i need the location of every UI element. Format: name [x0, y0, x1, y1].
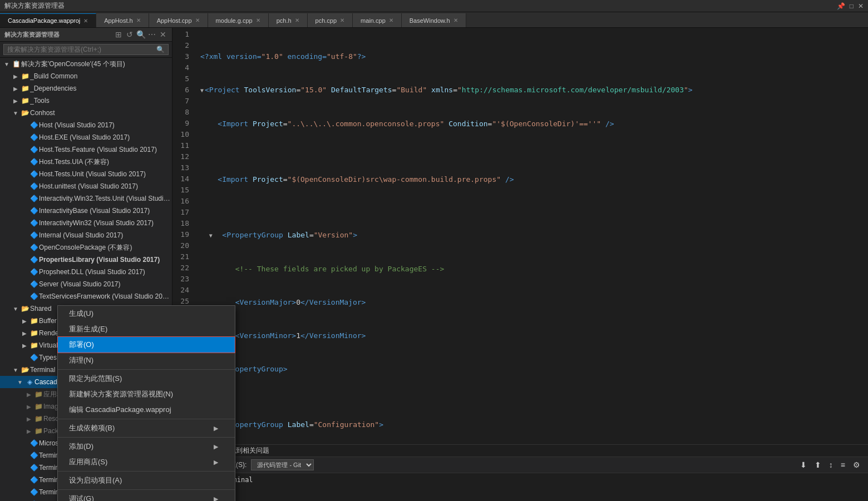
sidebar-icon-2[interactable]: ↺ [125, 30, 134, 39]
search-input-wrap[interactable]: 🔍 [3, 44, 169, 55]
expand-icon: ▶ [20, 453, 29, 459]
tab-close-apphost-cpp[interactable]: ✕ [195, 17, 200, 23]
tab-label-apphost-cpp: AppHost.cpp [157, 17, 192, 24]
ctx-newsolutionview[interactable]: 新建解决方案资源管理器视图(N) [58, 386, 235, 402]
sidebar-icon-1[interactable]: ⊞ [114, 30, 123, 39]
folder-icon: 📁 [33, 403, 43, 410]
folder-icon: 📁 [20, 85, 30, 92]
sidebar-item-interactivitywin32-2[interactable]: ▶ 🔷 InteractivityWin32 (Visual Studio 20… [0, 217, 172, 229]
tab-bar: CascadiaPackage.wapproj ✕ AppHost.h ✕ Ap… [0, 12, 868, 28]
tab-close-apphost-h[interactable]: ✕ [136, 17, 141, 23]
tab-close-module-g[interactable]: ✕ [256, 17, 260, 23]
solution-root[interactable]: ▼ 📋 解决方案'OpenConsole'(45 个项目) [0, 58, 172, 70]
output-toolbar-btn-2[interactable]: ⬆ [812, 459, 823, 470]
output-status-line: 正在打开存储库: minal [178, 475, 862, 485]
proj-icon: 🔷 [29, 182, 39, 190]
proj-icon: 🔷 [29, 464, 39, 472]
ctx-newsolutionview-label: 新建解决方案资源管理器视图(N) [69, 389, 173, 399]
expand-icon: ▶ [20, 489, 29, 495]
tab-label-main-cpp: main.cpp [361, 17, 386, 24]
ctx-setstartup[interactable]: 设为启动项目(A) [58, 473, 235, 488]
ctx-appstore[interactable]: 应用商店(S) ▶ [58, 454, 235, 470]
tab-basewindow-h[interactable]: BaseWindow.h ✕ [402, 13, 466, 27]
sidebar-item-textservices[interactable]: ▶ 🔷 TextServicesFramework (Visual Studio… [0, 290, 172, 302]
ctx-add[interactable]: 添加(D) ▶ [58, 439, 235, 454]
ctx-builddeps[interactable]: 生成依赖项(B) ▶ [58, 420, 235, 436]
expand-icon: ▶ [20, 269, 29, 275]
sidebar-item-hostunittest[interactable]: ▶ 🔷 Host.unittest (Visual Studio 2017) [0, 180, 172, 192]
sidebar-item-label: Host.Tests.UIA (不兼容) [39, 157, 172, 167]
ctx-appstore-label: 应用商店(S) [69, 457, 107, 467]
sidebar-item-conhost[interactable]: ▼ 📂 Conhost [0, 107, 172, 119]
sidebar-item-interactivitywin32[interactable]: ▶ 🔷 Interactivity.Win32.Tests.Unit (Visu… [0, 192, 172, 205]
ctx-scope[interactable]: 限定为此范围(S) [58, 371, 235, 386]
close-icon[interactable]: ✕ [858, 2, 864, 10]
output-toolbar-btn-4[interactable]: ≡ [839, 459, 847, 470]
sidebar-item-hosttestsfeature[interactable]: ▶ 🔷 Host.Tests.Feature (Visual Studio 20… [0, 143, 172, 156]
sidebar-item-openconsole[interactable]: ▶ 🔷 OpenConsolePackage (不兼容) [0, 241, 172, 254]
ctx-appstore-arrow: ▶ [214, 459, 218, 466]
tab-apphost-cpp[interactable]: AppHost.cpp ✕ [149, 13, 208, 27]
tab-close-pch-h[interactable]: ✕ [295, 17, 299, 23]
sidebar-item-propslibrary[interactable]: ▶ 🔷 PropertiesLibrary (Visual Studio 201… [0, 254, 172, 266]
tab-module-g[interactable]: module.g.cpp ✕ [208, 13, 269, 27]
pin-icon[interactable]: 📌 [837, 2, 845, 10]
sidebar-item-label: Host.unittest (Visual Studio 2017) [39, 182, 172, 190]
ctx-build[interactable]: 生成(U) [58, 306, 235, 321]
output-toolbar-btn-1[interactable]: ⬇ [798, 459, 809, 470]
code-content[interactable]: 12345 678910 1112131415 1617181920 21222… [172, 28, 868, 444]
sidebar-item-label: PropertiesLibrary (Visual Studio 2017) [39, 256, 172, 264]
sidebar-item-hosttestsuia[interactable]: ▶ 🔷 Host.Tests.UIA (不兼容) [0, 156, 172, 168]
proj-icon: 🔷 [29, 452, 39, 459]
sidebar-icon-5[interactable]: ✕ [159, 30, 167, 39]
code-editor[interactable]: 12345 678910 1112131415 1617181920 21222… [172, 28, 868, 457]
tab-pch-h[interactable]: pch.h ✕ [269, 13, 308, 27]
sidebar-item-hostexe[interactable]: ▶ 🔷 Host.EXE (Visual Studio 2017) [0, 131, 172, 143]
tab-close-basewindow-h[interactable]: ✕ [453, 17, 458, 23]
output-panel: 输出 显示输出来源(S): 源代码管理 - Git ⬇ ⬆ ↕ ≡ ⚙ 正在打开… [172, 457, 868, 501]
tab-pch-cpp[interactable]: pch.cpp ✕ [308, 13, 353, 27]
output-toolbar-btn-5[interactable]: ⚙ [851, 459, 862, 470]
proj-icon: 🔷 [29, 231, 39, 239]
ctx-editproj[interactable]: 编辑 CascadiaPackage.wapproj [58, 402, 235, 418]
sidebar-item-label: Propsheet.DLL (Visual Studio 2017) [39, 268, 172, 276]
sidebar-item-propsheet[interactable]: ▶ 🔷 Propsheet.DLL (Visual Studio 2017) [0, 266, 172, 278]
tab-main-cpp[interactable]: main.cpp ✕ [353, 13, 402, 27]
ctx-rebuild[interactable]: 重新生成(E) [58, 321, 235, 337]
ctx-debug-label: 调试(G) [69, 494, 94, 501]
sidebar-item-internal[interactable]: ▶ 🔷 Internal (Visual Studio 2017) [0, 229, 172, 241]
expand-icon: ▶ [24, 428, 33, 434]
expand-icon: ▶ [20, 440, 29, 447]
proj-icon: 🔷 [29, 488, 39, 496]
ctx-deploy[interactable]: 部署(O) [58, 337, 235, 353]
tab-close-main-cpp[interactable]: ✕ [389, 17, 393, 23]
sidebar-icon-4[interactable]: ⋯ [147, 30, 156, 39]
output-header: 输出 显示输出来源(S): 源代码管理 - Git ⬇ ⬆ ↕ ≡ ⚙ [172, 457, 868, 473]
tab-close-pch-cpp[interactable]: ✕ [340, 17, 344, 23]
ctx-clean[interactable]: 清理(N) [58, 353, 235, 368]
sidebar-icon-3[interactable]: 🔍 [136, 30, 145, 39]
output-source-select[interactable]: 源代码管理 - Git [251, 459, 314, 470]
search-bar: 🔍 [0, 42, 172, 58]
sidebar-item-build-common[interactable]: ▶ 📁 _Build Common [0, 70, 172, 82]
ctx-debug[interactable]: 调试(G) ▶ [58, 491, 235, 501]
output-toolbar-btn-3[interactable]: ↕ [827, 459, 835, 470]
expand-icon[interactable]: □ [850, 2, 854, 10]
proj-icon: 🔷 [29, 268, 39, 276]
sidebar-item-interactivitybase[interactable]: ▶ 🔷 InteractivityBase (Visual Studio 201… [0, 205, 172, 217]
solution-icon: 📋 [11, 60, 21, 68]
sidebar-item-tools[interactable]: ▶ 📁 _Tools [0, 95, 172, 107]
tab-apphost-h[interactable]: AppHost.h ✕ [96, 13, 149, 27]
sidebar-item-dependencies[interactable]: ▶ 📁 _Dependencies [0, 82, 172, 95]
title-bar-text: 解决方案资源管理器 [4, 1, 65, 11]
tab-cascadia-pkg[interactable]: CascadiaPackage.wapproj ✕ [0, 13, 96, 27]
sidebar-item-hosttestsunit[interactable]: ▶ 🔷 Host.Tests.Unit (Visual Studio 2017) [0, 168, 172, 180]
solution-label: 解决方案'OpenConsole'(45 个项目) [21, 59, 172, 69]
sidebar-item-server[interactable]: ▶ 🔷 Server (Visual Studio 2017) [0, 278, 172, 290]
search-input[interactable] [7, 46, 156, 53]
ctx-clean-label: 清理(N) [69, 355, 93, 365]
tab-close-cascadia-pkg[interactable]: ✕ [83, 18, 88, 24]
tab-label-module-g: module.g.cpp [216, 17, 253, 24]
expand-icon: ▶ [20, 245, 29, 251]
sidebar-item-host[interactable]: ▶ 🔷 Host (Visual Studio 2017) [0, 119, 172, 131]
